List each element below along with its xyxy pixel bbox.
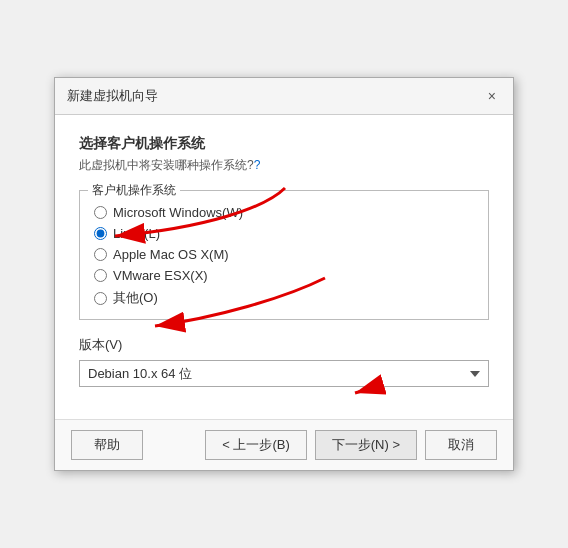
cancel-button[interactable]: 取消 xyxy=(425,430,497,460)
os-group-box: 客户机操作系统 Microsoft Windows(W) Linux(L) Ap… xyxy=(79,190,489,320)
section-title: 选择客户机操作系统 xyxy=(79,135,489,153)
radio-label-other: 其他(O) xyxy=(113,289,158,307)
radio-other[interactable]: 其他(O) xyxy=(94,289,474,307)
version-group: 版本(V) Debian 10.x 64 位 Debian 10.x Debia… xyxy=(79,336,489,387)
radio-input-vmware[interactable] xyxy=(94,269,107,282)
os-group-label: 客户机操作系统 xyxy=(88,182,180,199)
back-button[interactable]: < 上一步(B) xyxy=(205,430,307,460)
dialog-title: 新建虚拟机向导 xyxy=(67,87,158,105)
subtitle-link[interactable]: ? xyxy=(254,158,261,172)
dialog-body: 选择客户机操作系统 此虚拟机中将安装哪种操作系统?? 客户机操作系统 Micro… xyxy=(55,115,513,419)
radio-input-linux[interactable] xyxy=(94,227,107,240)
section-subtitle: 此虚拟机中将安装哪种操作系统?? xyxy=(79,157,489,174)
radio-input-other[interactable] xyxy=(94,292,107,305)
radio-label-mac: Apple Mac OS X(M) xyxy=(113,247,229,262)
close-button[interactable]: × xyxy=(483,86,501,106)
radio-input-mac[interactable] xyxy=(94,248,107,261)
radio-input-windows[interactable] xyxy=(94,206,107,219)
next-button[interactable]: 下一步(N) > xyxy=(315,430,417,460)
radio-vmware[interactable]: VMware ESX(X) xyxy=(94,268,474,283)
help-button[interactable]: 帮助 xyxy=(71,430,143,460)
radio-mac[interactable]: Apple Mac OS X(M) xyxy=(94,247,474,262)
version-select[interactable]: Debian 10.x 64 位 Debian 10.x Debian 9.x … xyxy=(79,360,489,387)
os-radio-group: Microsoft Windows(W) Linux(L) Apple Mac … xyxy=(94,205,474,307)
radio-label-windows: Microsoft Windows(W) xyxy=(113,205,243,220)
radio-label-vmware: VMware ESX(X) xyxy=(113,268,208,283)
radio-label-linux: Linux(L) xyxy=(113,226,160,241)
footer-left: 帮助 xyxy=(71,430,143,460)
dialog-footer: 帮助 < 上一步(B) 下一步(N) > 取消 xyxy=(55,419,513,470)
radio-windows[interactable]: Microsoft Windows(W) xyxy=(94,205,474,220)
version-label: 版本(V) xyxy=(79,336,489,354)
title-bar: 新建虚拟机向导 × xyxy=(55,78,513,115)
radio-linux[interactable]: Linux(L) xyxy=(94,226,474,241)
footer-right: < 上一步(B) 下一步(N) > 取消 xyxy=(205,430,497,460)
new-vm-dialog: 新建虚拟机向导 × 选择客户机操作系统 此虚拟机中将安装哪种操作系统?? 客户机… xyxy=(54,77,514,471)
